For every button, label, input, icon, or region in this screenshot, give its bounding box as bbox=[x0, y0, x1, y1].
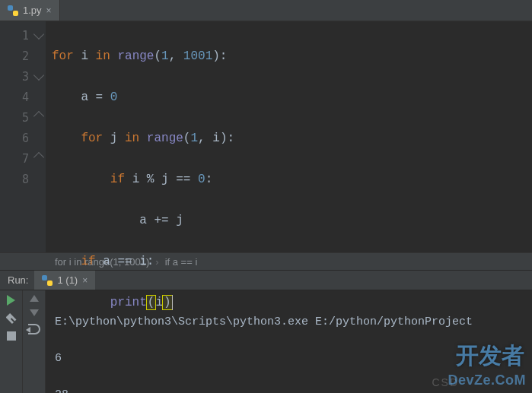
python-icon bbox=[8, 5, 18, 16]
file-tab[interactable]: 1.py × bbox=[0, 0, 60, 21]
play-icon[interactable] bbox=[7, 295, 15, 306]
wrench-icon[interactable] bbox=[6, 313, 17, 324]
fold-end-icon[interactable] bbox=[33, 152, 44, 163]
close-icon[interactable]: × bbox=[46, 5, 52, 16]
code-area[interactable]: for i in range(1, 1001): a = 0 for j in … bbox=[46, 21, 532, 252]
console-tools bbox=[23, 290, 46, 393]
python-icon bbox=[42, 275, 53, 286]
fold-start-icon[interactable] bbox=[33, 70, 44, 81]
editor-tabbar: 1.py × bbox=[0, 0, 532, 21]
code-editor[interactable]: 1 2 3 4 5 6 7 8 for i in range(1, 1001):… bbox=[0, 21, 532, 252]
line-gutter: 1 2 3 4 5 6 7 8 bbox=[0, 21, 46, 252]
fold-end-icon[interactable] bbox=[33, 111, 44, 122]
run-actions bbox=[0, 290, 23, 393]
stop-icon[interactable] bbox=[7, 331, 16, 341]
run-label: Run: bbox=[8, 274, 28, 286]
arrow-up-icon[interactable] bbox=[30, 295, 39, 302]
text-caret bbox=[172, 295, 173, 310]
arrow-down-icon[interactable] bbox=[30, 309, 39, 316]
fold-start-icon[interactable] bbox=[33, 29, 44, 40]
soft-wrap-icon[interactable] bbox=[28, 324, 40, 334]
file-tab-label: 1.py bbox=[23, 5, 42, 16]
